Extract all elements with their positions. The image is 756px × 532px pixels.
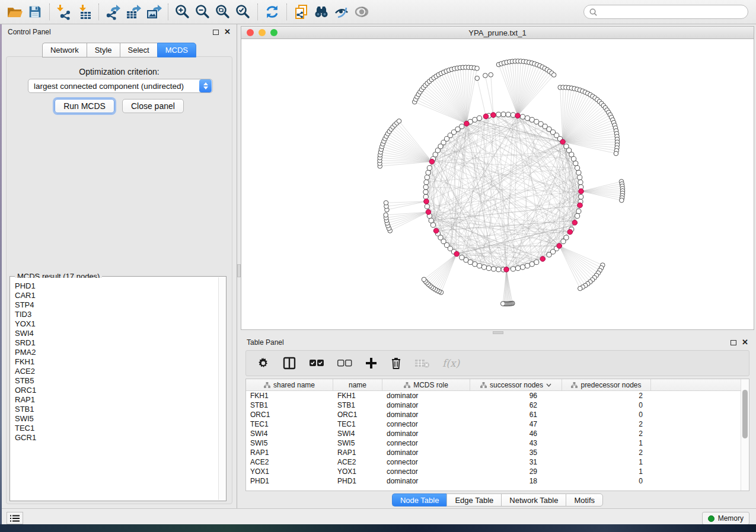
mcds-list-scrollbar[interactable] [218, 277, 226, 500]
table-row[interactable]: TEC1TEC1connector472 [246, 419, 741, 429]
table-row[interactable]: STB1STB1dominator620 [246, 400, 741, 410]
import-network-button[interactable] [54, 2, 74, 21]
export-image-button[interactable] [143, 2, 164, 21]
column-header-name[interactable]: name [333, 379, 382, 390]
horizontal-splitter[interactable] [241, 330, 754, 335]
table-cell[interactable]: ORC1 [246, 411, 333, 419]
tab-network-table[interactable]: Network Table [501, 493, 566, 507]
table-cell[interactable]: 2 [562, 392, 651, 400]
table-row[interactable]: YOX1YOX1connector291 [246, 467, 741, 476]
export-network-button[interactable] [103, 2, 123, 21]
table-cell[interactable]: dominator [382, 401, 470, 409]
network-canvas[interactable] [241, 39, 754, 329]
table-cell[interactable]: SWI5 [333, 439, 382, 447]
network-search-field[interactable] [583, 5, 748, 19]
table-cell[interactable]: 1 [562, 467, 651, 476]
deselect-all-button[interactable] [337, 355, 352, 371]
column-header-MCDS-role[interactable]: MCDS role [382, 379, 470, 390]
table-scrollbar-thumb[interactable] [742, 390, 748, 438]
mcds-result-item[interactable]: YOX1 [15, 319, 218, 329]
mcds-result-item[interactable]: STB1 [15, 405, 218, 414]
table-cell[interactable]: TEC1 [246, 420, 333, 428]
table-cell[interactable]: 35 [470, 448, 562, 457]
task-history-button[interactable] [7, 512, 23, 524]
tab-mcds[interactable]: MCDS [157, 43, 196, 57]
table-cell[interactable]: STB1 [246, 401, 333, 409]
table-cell[interactable]: YOX1 [333, 467, 382, 476]
splitter-grip[interactable] [493, 331, 503, 334]
show-column-button[interactable] [282, 355, 296, 371]
table-cell[interactable]: dominator [382, 477, 470, 485]
table-cell[interactable]: 2 [562, 430, 651, 438]
memory-button[interactable]: Memory [702, 512, 749, 525]
mcds-result-item[interactable]: ORC1 [15, 386, 218, 395]
search-input[interactable] [598, 8, 734, 16]
table-cell[interactable]: STB1 [333, 401, 382, 409]
run-mcds-button[interactable]: Run MCDS [55, 99, 114, 113]
table-row[interactable]: ACE2ACE2connector311 [246, 457, 741, 467]
table-row[interactable]: PHD1PHD1dominator180 [246, 476, 741, 486]
table-cell[interactable]: 96 [470, 392, 562, 400]
table-cell[interactable]: 1 [562, 458, 651, 466]
table-cell[interactable]: 43 [470, 439, 562, 447]
tab-edge-table[interactable]: Edge Table [446, 493, 501, 507]
mcds-result-item[interactable]: ACE2 [15, 367, 218, 376]
table-cell[interactable]: 31 [470, 458, 562, 466]
table-cell[interactable]: 29 [470, 467, 562, 476]
optimization-criterion-select[interactable]: largest connected component (undirected) [28, 79, 213, 93]
function-builder-button[interactable]: f(x) [442, 355, 460, 371]
table-cell[interactable]: dominator [382, 448, 470, 457]
settings-gear-button[interactable] [257, 355, 270, 371]
zoom-in-button[interactable] [173, 2, 193, 21]
table-cell[interactable]: ORC1 [333, 411, 382, 419]
open-session-button[interactable] [5, 2, 25, 21]
table-cell[interactable]: YOX1 [246, 467, 333, 476]
table-cell[interactable]: dominator [382, 430, 470, 438]
table-cell[interactable]: 2 [562, 420, 651, 428]
table-cell[interactable]: connector [382, 458, 470, 466]
mcds-result-item[interactable]: PMA2 [15, 348, 218, 357]
table-row[interactable]: SWI4SWI4dominator462 [246, 429, 741, 438]
tab-motifs[interactable]: Motifs [566, 493, 603, 507]
column-header-predecessor-nodes[interactable]: predecessor nodes [562, 379, 651, 390]
mcds-result-item[interactable]: GCR1 [15, 433, 218, 443]
close-panel-icon[interactable]: ✕ [742, 339, 748, 345]
table-cell[interactable]: dominator [382, 411, 470, 419]
table-cell[interactable]: 61 [470, 411, 562, 419]
table-scrollbar[interactable] [741, 379, 749, 491]
delete-row-button[interactable] [390, 355, 402, 371]
tab-node-table[interactable]: Node Table [392, 493, 447, 507]
export-table-button[interactable] [123, 2, 143, 21]
mcds-result-item[interactable]: CAR1 [15, 291, 218, 300]
zoom-fit-button[interactable] [213, 2, 233, 21]
table-cell[interactable]: connector [382, 467, 470, 476]
mcds-result-item[interactable]: TID3 [15, 310, 218, 319]
mcds-result-item[interactable]: STP4 [15, 300, 218, 310]
refresh-button[interactable] [262, 2, 282, 21]
select-all-button[interactable] [309, 355, 324, 371]
mcds-result-item[interactable]: PHD1 [15, 281, 218, 291]
tab-style[interactable]: Style [87, 43, 120, 57]
add-row-button[interactable] [365, 355, 378, 371]
table-cell[interactable]: SWI4 [333, 430, 382, 438]
mcds-result-item[interactable]: FKH1 [15, 357, 218, 367]
table-cell[interactable]: FKH1 [246, 392, 333, 400]
table-cell[interactable]: PHD1 [333, 477, 382, 485]
table-cell[interactable]: 18 [470, 477, 562, 485]
table-cell[interactable]: 46 [470, 430, 562, 438]
tab-network[interactable]: Network [42, 43, 87, 57]
table-cell[interactable]: PHD1 [246, 477, 333, 485]
table-cell[interactable]: RAP1 [333, 448, 382, 457]
mcds-result-item[interactable]: SRD1 [15, 338, 218, 348]
table-cell[interactable]: SWI4 [246, 430, 333, 438]
table-cell[interactable]: ACE2 [333, 458, 382, 466]
float-panel-icon[interactable] [213, 30, 219, 35]
table-cell[interactable]: connector [382, 420, 470, 428]
import-table-button[interactable] [74, 2, 94, 21]
show-hide-button[interactable] [331, 2, 352, 21]
zoom-selected-button[interactable] [233, 2, 253, 21]
mcds-result-item[interactable]: STB5 [15, 376, 218, 386]
float-panel-icon[interactable] [731, 340, 736, 345]
delete-table-button[interactable] [414, 355, 430, 371]
table-cell[interactable]: RAP1 [246, 448, 333, 457]
